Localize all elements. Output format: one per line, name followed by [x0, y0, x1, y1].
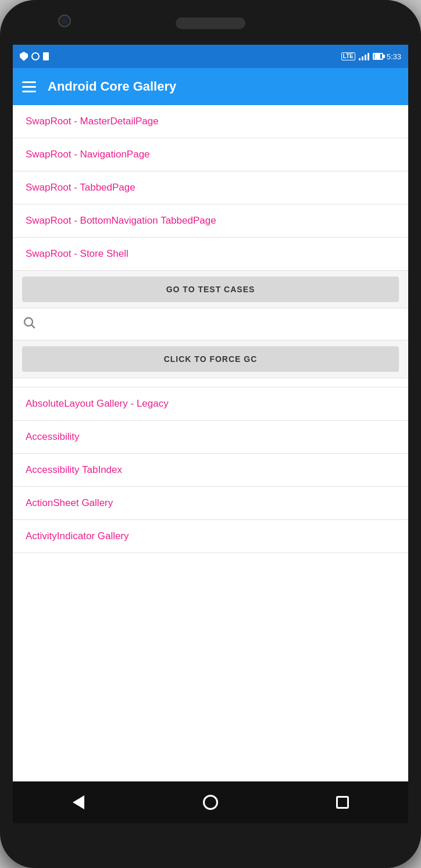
camera: [58, 15, 71, 27]
list-item-swaproot-masterdetail[interactable]: SwapRoot - MasterDetailPage: [13, 105, 408, 138]
recents-button[interactable]: [329, 788, 356, 816]
svg-line-1: [32, 325, 35, 328]
go-to-test-cases-row: GO TO TEST CASES: [13, 271, 408, 309]
click-to-force-gc-row: CLICK TO FORCE GC: [13, 340, 408, 378]
app-title: Android Core Gallery: [48, 79, 176, 94]
search-row: [13, 309, 408, 340]
app-bar: Android Core Gallery: [13, 68, 408, 105]
time-display: 5:33: [387, 52, 401, 61]
go-to-test-cases-button[interactable]: GO TO TEST CASES: [22, 277, 399, 302]
list-item-accessibility-tabindex[interactable]: Accessibility TabIndex: [13, 454, 408, 487]
globe-icon: [31, 52, 40, 60]
home-icon: [203, 795, 218, 810]
shield-icon: [20, 52, 28, 61]
speaker: [176, 17, 245, 29]
back-icon: [73, 795, 84, 809]
bottom-nav: [13, 781, 408, 823]
list-item-swaproot-tabbed[interactable]: SwapRoot - TabbedPage: [13, 171, 408, 205]
home-button[interactable]: [197, 788, 224, 816]
status-bar: LTE 5:33: [13, 45, 408, 68]
list-item-actionsheet-gallery[interactable]: ActionSheet Gallery: [13, 487, 408, 520]
search-icon: [22, 315, 36, 333]
list-item-absolutelayout-gallery[interactable]: AbsoluteLayout Gallery - Legacy: [13, 388, 408, 421]
list-item-swaproot-bottomnav[interactable]: SwapRoot - BottomNavigation TabbedPage: [13, 205, 408, 238]
lte-badge: LTE: [341, 52, 355, 60]
content-area: SwapRoot - MasterDetailPage SwapRoot - N…: [13, 105, 408, 781]
click-to-force-gc-button[interactable]: CLICK TO FORCE GC: [22, 346, 399, 372]
search-input[interactable]: [42, 319, 399, 329]
menu-button[interactable]: [22, 81, 36, 92]
back-button[interactable]: [65, 788, 92, 816]
phone-frame: LTE 5:33 Android Core Gallery: [0, 0, 421, 868]
recents-icon: [336, 796, 349, 809]
battery-icon: [373, 53, 383, 60]
phone-screen: LTE 5:33 Android Core Gallery: [13, 45, 408, 823]
list-item-activityindicator-gallery[interactable]: ActivityIndicator Gallery: [13, 520, 408, 553]
list-item-accessibility[interactable]: Accessibility: [13, 421, 408, 454]
status-right: LTE 5:33: [341, 52, 401, 61]
list-item-swaproot-store-shell[interactable]: SwapRoot - Store Shell: [13, 238, 408, 271]
list-item-swaproot-navigation[interactable]: SwapRoot - NavigationPage: [13, 138, 408, 171]
signal-bars: [359, 52, 369, 60]
status-notifications: [20, 52, 49, 61]
sd-icon: [43, 52, 49, 60]
